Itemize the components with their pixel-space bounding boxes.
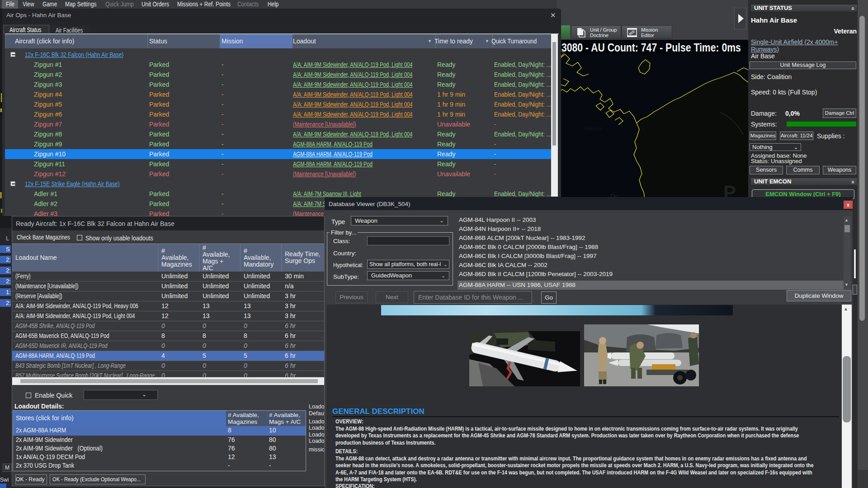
svg-text:Odense: Odense <box>584 126 602 131</box>
